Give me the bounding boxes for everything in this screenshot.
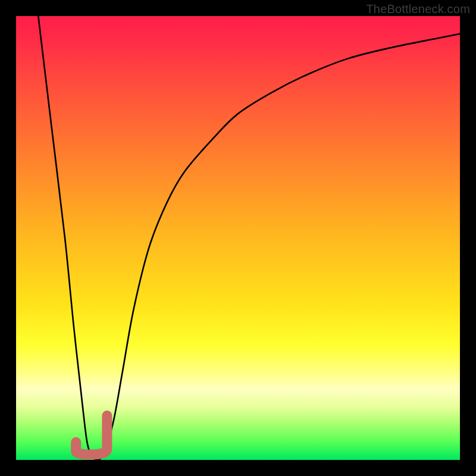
chart-frame: TheBottleneck.com	[0, 0, 476, 476]
minimum-marker-icon	[76, 415, 107, 455]
plot-panel	[16, 16, 460, 460]
bottleneck-curve	[38, 16, 460, 460]
curve-layer	[16, 16, 460, 460]
watermark-text: TheBottleneck.com	[366, 2, 470, 16]
